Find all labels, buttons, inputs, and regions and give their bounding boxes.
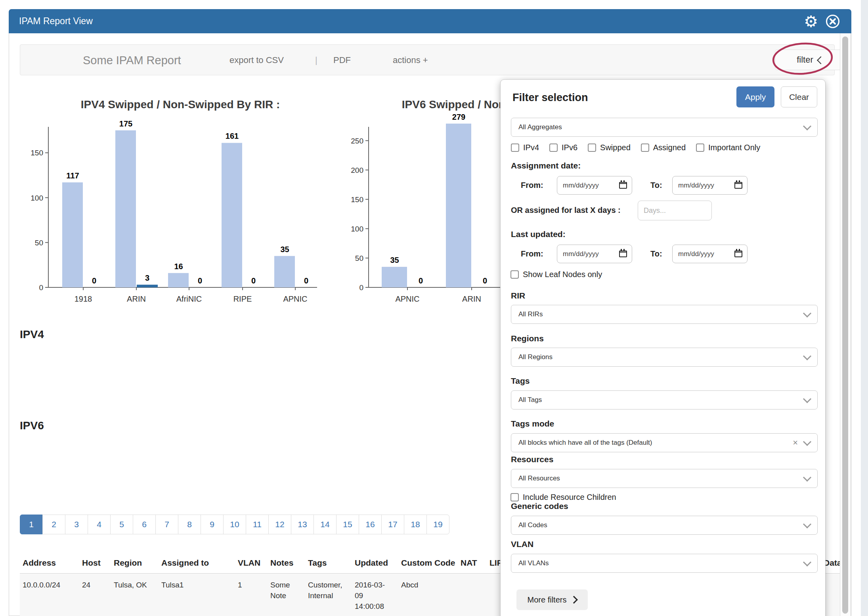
svg-text:0: 0	[483, 276, 487, 285]
date-placeholder: mm/dd/yyyy	[678, 182, 734, 189]
records-column-header: VLAN	[238, 558, 264, 568]
swipped-checkbox[interactable]	[588, 143, 596, 152]
svg-text:100: 100	[351, 225, 363, 233]
records-column-header: Assigned to	[161, 558, 233, 568]
last-updated-label: Last updated:	[511, 230, 566, 239]
svg-text:50: 50	[355, 254, 363, 262]
svg-text:0: 0	[39, 283, 43, 292]
page-button[interactable]: 4	[88, 515, 111, 534]
important-only-checkbox[interactable]	[696, 143, 704, 152]
export-csv-link[interactable]: export to CSV	[229, 45, 284, 76]
modal-scrollbar[interactable]	[840, 33, 851, 616]
days-placeholder: Days...	[644, 207, 666, 215]
page-button[interactable]: 6	[133, 515, 156, 534]
or-days-label: OR assigned for last X days :	[511, 206, 621, 215]
ipv4-section-heading: IPV4	[20, 328, 44, 341]
calendar-icon[interactable]	[619, 251, 627, 257]
records-cell: Customer, Internal	[308, 580, 350, 601]
vlan-select[interactable]: All VLANs	[511, 554, 818, 573]
svg-text:0: 0	[359, 283, 363, 292]
close-icon[interactable]	[825, 14, 840, 29]
records-column-header: NAT	[461, 558, 486, 568]
type-checkbox-row: IPv4IPv6SwippedAssignedImportant Only	[511, 143, 760, 152]
actions-menu[interactable]: actions +	[393, 45, 428, 76]
filter-type-option: IPv6	[549, 143, 577, 152]
aggregates-select-value: All Aggregates	[518, 123, 804, 131]
page-button[interactable]: 18	[404, 515, 427, 534]
filter-toggle-button[interactable]: filter	[775, 50, 845, 70]
svg-text:IPV4 Swipped / Non-Swipped By: IPV4 Swipped / Non-Swipped By RIR :	[81, 98, 280, 111]
calendar-icon[interactable]	[619, 182, 627, 189]
more-filters-button[interactable]: More filters	[516, 589, 588, 610]
records-cell: 2016-03-09 14:00:08	[355, 580, 386, 612]
tags-mode-select-value: All blocks which have all of the tags (D…	[518, 439, 793, 447]
clear-button[interactable]: Clear	[781, 86, 817, 107]
page-button[interactable]: 19	[426, 515, 449, 534]
page-button[interactable]: 17	[381, 515, 404, 534]
generic-codes-select[interactable]: All Codes	[511, 516, 818, 535]
pagination: 12345678910111213141516171819	[20, 515, 449, 534]
more-filters-label: More filters	[528, 595, 567, 605]
checkbox-label: Important Only	[708, 143, 760, 152]
aggregates-select[interactable]: All Aggregates	[511, 118, 818, 137]
chevron-left-icon	[817, 56, 825, 64]
svg-text:1918: 1918	[75, 295, 92, 303]
updated-from-label: From:	[521, 249, 543, 258]
date-placeholder: mm/dd/yyyy	[563, 182, 619, 189]
rir-select[interactable]: All RIRs	[511, 305, 818, 324]
page-button[interactable]: 14	[314, 515, 336, 534]
records-cell: Abcd	[401, 580, 461, 590]
page-button[interactable]: 10	[223, 515, 246, 534]
pdf-link[interactable]: PDF	[333, 45, 351, 76]
assignment-from-date-input[interactable]: mm/dd/yyyy	[557, 176, 632, 195]
page-button[interactable]: 11	[246, 515, 269, 534]
scrollbar-thumb[interactable]	[842, 36, 848, 614]
page-button[interactable]: 1	[20, 515, 43, 534]
filter-panel-title: Filter selection	[512, 92, 588, 104]
page-button[interactable]: 16	[359, 515, 382, 534]
apply-button[interactable]: Apply	[736, 86, 774, 107]
records-column-header: Notes	[270, 558, 303, 568]
updated-to-date-input[interactable]: mm/dd/yyyy	[672, 245, 748, 263]
records-cell: 1	[238, 580, 264, 590]
page-button[interactable]: 9	[201, 515, 224, 534]
svg-text:RIPE: RIPE	[233, 295, 252, 303]
svg-text:161: 161	[226, 132, 239, 140]
page-button[interactable]: 15	[336, 515, 359, 534]
leaf-nodes-checkbox[interactable]	[510, 270, 519, 279]
svg-text:35: 35	[390, 256, 399, 264]
ipv6-checkbox[interactable]	[549, 143, 558, 152]
leaf-nodes-label: Show Leaf Nodes only	[523, 270, 602, 279]
svg-text:APNIC: APNIC	[283, 295, 307, 303]
updated-from-date-input[interactable]: mm/dd/yyyy	[557, 245, 632, 263]
records-column-header: Address	[23, 558, 78, 568]
svg-text:0: 0	[304, 276, 308, 285]
page-button[interactable]: 8	[178, 515, 201, 534]
settings-gear-icon[interactable]: ⚙	[804, 13, 818, 29]
resources-select[interactable]: All Resources	[511, 469, 818, 488]
clear-selection-icon[interactable]: ×	[793, 438, 798, 448]
page-button[interactable]: 2	[42, 515, 65, 534]
toolbar-divider: |	[315, 45, 317, 76]
days-input[interactable]: Days...	[638, 201, 712, 220]
calendar-icon[interactable]	[734, 182, 742, 189]
chevron-down-icon	[803, 352, 811, 360]
page-button[interactable]: 13	[291, 515, 314, 534]
page-button[interactable]: 7	[155, 515, 178, 534]
page-button[interactable]: 5	[110, 515, 133, 534]
tags-mode-select[interactable]: All blocks which have all of the tags (D…	[511, 433, 818, 452]
include-resource-children-checkbox[interactable]	[510, 493, 519, 501]
assigned-checkbox[interactable]	[641, 143, 649, 152]
page-button[interactable]: 12	[268, 515, 291, 534]
svg-text:35: 35	[280, 245, 289, 254]
assignment-to-date-input[interactable]: mm/dd/yyyy	[672, 176, 748, 195]
chevron-down-icon	[803, 558, 811, 566]
ipv4-checkbox[interactable]	[511, 143, 519, 152]
regions-select[interactable]: All Regions	[511, 348, 818, 367]
calendar-icon[interactable]	[734, 251, 742, 257]
rir-select-value: All RIRs	[518, 310, 804, 318]
tags-select[interactable]: All Tags	[511, 390, 818, 409]
page-button[interactable]: 3	[65, 515, 88, 534]
vlan-label: VLAN	[511, 539, 533, 549]
updated-to-label: To:	[650, 249, 662, 258]
